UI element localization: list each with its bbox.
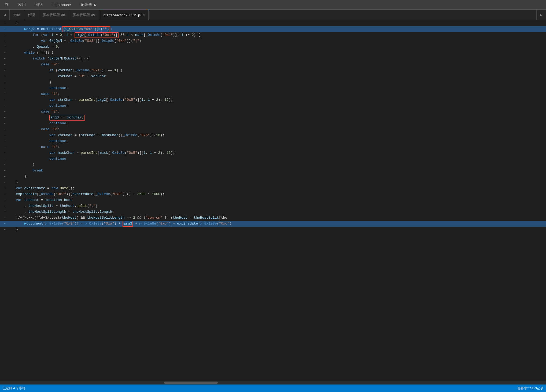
code-line: - continue;: [0, 121, 546, 126]
code-line: - while (!![]) {: [0, 50, 546, 56]
menubar: 存 应用 网络 Lighthouse 记录器 ▲: [0, 0, 546, 10]
code-line: - , QoWazb = 0;: [0, 44, 546, 50]
code-line: - var maskChar = parseInt(mask[_0x1e8e("…: [0, 150, 546, 156]
line-code: continue;: [8, 85, 546, 91]
code-line: - var strChar = parseInt(arg2[_0x1e8e("0…: [0, 97, 546, 103]
line-marker: -: [2, 69, 8, 72]
line-code: var expiredate = new Date();: [8, 185, 546, 191]
line-marker: -: [2, 222, 8, 226]
code-line: - , theHostSplit = theHost.split("."): [0, 203, 546, 209]
line-code: continue: [8, 156, 546, 162]
line-marker: -: [2, 63, 8, 66]
line-marker: -: [2, 104, 8, 108]
line-marker: -: [2, 57, 8, 61]
tab-nav-right[interactable]: ▶: [536, 10, 546, 20]
line-marker: -: [2, 110, 8, 114]
line-code: case "0":: [8, 62, 546, 68]
line-code: , QoWazb = 0;: [8, 44, 546, 50]
line-code: case "2":: [8, 109, 546, 115]
line-code: if (xorChar[_0x1e8e("0x1")] == 1) {: [8, 68, 546, 73]
line-marker: -: [2, 192, 8, 196]
line-code: continue;: [8, 103, 546, 109]
code-line: - var GxjQsM = _0x1e8e("0x3")[_0x1e8e("0…: [0, 38, 546, 44]
line-code: xorChar = "0" + xorChar: [8, 73, 546, 79]
line-marker: -: [2, 45, 8, 49]
code-line: - var theHost = location.host: [0, 197, 546, 203]
code-line-highlighted-2: - ▶document[▷_0x1e8e("0x9")] = ▷_0x1e8e(…: [0, 221, 546, 227]
statusbar-right: 更善亏:CSDN记录: [517, 386, 543, 391]
line-marker: -: [2, 122, 8, 125]
line-code: switch (GxjQsM[QoWazb++]) {: [8, 56, 546, 62]
code-line: - }: [0, 174, 546, 180]
code-line: - continue;: [0, 85, 546, 91]
tab-close[interactable]: ×: [143, 13, 145, 17]
line-code: arg3 += xorChar;: [8, 115, 546, 121]
line-marker: -: [2, 80, 8, 84]
code-line: - case "3":: [0, 126, 546, 132]
line-code: var theHost = location.host: [8, 197, 546, 203]
line-marker: -: [2, 92, 8, 96]
line-code: expiredate[_0x1e8e("0x7")](expiredate[_0…: [8, 191, 546, 197]
code-line: - }: [0, 162, 546, 168]
code-line: - var xorChar = (strChar ^ maskChar)[_0x…: [0, 132, 546, 138]
line-code: }: [8, 162, 546, 168]
tab-interface[interactable]: interfaceacting230515.js ×: [99, 10, 149, 20]
line-marker: -: [2, 157, 8, 161]
line-code: while (!![]) {: [8, 50, 546, 56]
code-line: - expiredate[_0x1e8e("0x7")](expiredate[…: [0, 191, 546, 197]
menu-save[interactable]: 存: [3, 1, 11, 8]
line-code: , theHostSplit = theHost.split("."): [8, 203, 546, 209]
code-line: - , theHostSplitLength = theHostSplit.le…: [0, 209, 546, 215]
statusbar-left: 已选择 4 个字符: [3, 386, 25, 391]
code-line: - continue;: [0, 138, 546, 144]
menu-app[interactable]: 应用: [16, 1, 28, 8]
line-marker: -: [2, 139, 8, 143]
line-marker: -: [2, 145, 8, 149]
menu-lighthouse[interactable]: Lighthouse: [50, 2, 73, 8]
line-marker: -: [2, 33, 8, 37]
line-marker: -: [2, 133, 8, 137]
editor-area: - } - ▶arg2 = outPutList[▷_0x1e8e("0x2")…: [0, 20, 546, 384]
line-marker: -: [2, 186, 8, 190]
scrollbar-horizontal[interactable]: [0, 381, 546, 384]
code-line: - case "2":: [0, 109, 546, 115]
line-code: , theHostSplitLength = theHostSplit.leng…: [8, 209, 546, 215]
line-code: }: [8, 174, 546, 180]
line-marker: -: [2, 128, 8, 131]
code-line: - }: [0, 180, 546, 185]
menu-recorder[interactable]: 记录器 ▲: [79, 1, 99, 8]
code-content[interactable]: - } - ▶arg2 = outPutList[▷_0x1e8e("0x2")…: [0, 20, 546, 384]
highlight-box-arg3: arg3: [123, 221, 133, 227]
line-marker: -: [2, 216, 8, 220]
code-line: - continue: [0, 156, 546, 162]
tab-nav-left[interactable]: ◀: [0, 10, 10, 20]
code-line: - xorChar = "0" + xorChar: [0, 73, 546, 79]
line-code: }: [8, 180, 546, 185]
code-line: - }: [0, 79, 546, 85]
statusbar: 已选择 4 个字符 更善亏:CSDN记录: [0, 384, 546, 392]
line-code: case "1":: [8, 91, 546, 97]
tab-snippet8[interactable]: 脚本代码段 #8: [39, 10, 69, 20]
line-code: var maskChar = parseInt(mask[_0x1e8e("0x…: [8, 150, 546, 156]
code-line: - case "0":: [0, 62, 546, 68]
menu-network[interactable]: 网络: [33, 1, 45, 8]
scroll-thumb-h[interactable]: [164, 382, 218, 384]
line-marker: -: [2, 98, 8, 102]
tab-label: interfaceacting230515.js: [103, 13, 141, 17]
line-marker: -: [2, 51, 8, 55]
line-marker: -: [2, 198, 8, 202]
line-marker: -: [2, 151, 8, 155]
code-line: - if (xorChar[_0x1e8e("0x1")] == 1) {: [0, 68, 546, 73]
line-code: }: [8, 227, 546, 233]
line-code: var xorChar = (strChar ^ maskChar)[_0x1e…: [8, 132, 546, 138]
line-marker: -: [2, 181, 8, 184]
code-line: - continue;: [0, 103, 546, 109]
line-marker: -: [2, 21, 8, 25]
tab-third[interactable]: third: [10, 10, 24, 20]
tab-snippet9[interactable]: 脚本代码段 #9: [69, 10, 99, 20]
line-code: }: [8, 79, 546, 85]
line-marker: -: [2, 27, 8, 31]
code-line: - switch (GxjQsM[QoWazb++]) {: [0, 56, 546, 62]
line-code: case "3":: [8, 126, 546, 132]
tab-proxy[interactable]: 代理: [24, 10, 39, 20]
